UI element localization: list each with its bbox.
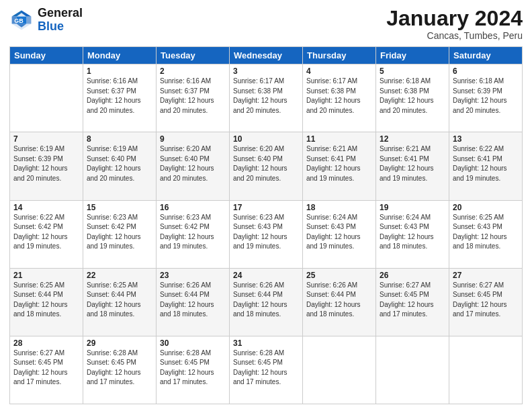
sunrise-text: Sunrise: 6:22 AM (13, 214, 64, 221)
day-info: Sunrise: 6:24 AM Sunset: 6:43 PM Dayligh… (380, 213, 445, 252)
sunrise-text: Sunrise: 6:22 AM (453, 145, 504, 152)
col-tuesday: Tuesday (157, 47, 230, 64)
table-row (449, 336, 523, 404)
sunrise-text: Sunrise: 6:28 AM (160, 349, 211, 357)
day-info: Sunrise: 6:20 AM Sunset: 6:40 PM Dayligh… (233, 144, 299, 183)
sunset-text: Sunset: 6:40 PM (160, 155, 210, 163)
day-info: Sunrise: 6:24 AM Sunset: 6:43 PM Dayligh… (306, 213, 372, 252)
sunset-text: Sunset: 6:38 PM (306, 87, 356, 95)
logo: GB General Blue (9, 7, 83, 34)
week-row-4: 21 Sunrise: 6:25 AM Sunset: 6:44 PM Dayl… (10, 268, 523, 336)
sunrise-text: Sunrise: 6:26 AM (160, 281, 211, 289)
sunset-text: Sunset: 6:44 PM (233, 291, 283, 298)
day-info: Sunrise: 6:23 AM Sunset: 6:42 PM Dayligh… (160, 213, 226, 252)
day-number: 11 (306, 134, 372, 144)
daylight-text: Daylight: 12 hours and 20 minutes. (87, 97, 141, 114)
day-number: 17 (233, 203, 299, 212)
day-info: Sunrise: 6:27 AM Sunset: 6:45 PM Dayligh… (453, 281, 519, 320)
sunset-text: Sunset: 6:38 PM (233, 87, 283, 95)
sunset-text: Sunset: 6:45 PM (87, 359, 136, 366)
day-number: 8 (87, 134, 152, 144)
sunrise-text: Sunrise: 6:28 AM (233, 349, 284, 357)
sunrise-text: Sunrise: 6:17 AM (233, 77, 284, 85)
table-row: 26 Sunrise: 6:27 AM Sunset: 6:45 PM Dayl… (376, 268, 449, 336)
daylight-text: Daylight: 12 hours and 18 minutes. (87, 301, 141, 318)
table-row: 4 Sunrise: 6:17 AM Sunset: 6:38 PM Dayli… (303, 64, 376, 132)
sunrise-text: Sunrise: 6:23 AM (233, 214, 284, 221)
sunrise-text: Sunrise: 6:21 AM (306, 145, 357, 152)
daylight-text: Daylight: 12 hours and 19 minutes. (453, 165, 507, 182)
daylight-text: Daylight: 12 hours and 19 minutes. (233, 233, 287, 250)
header-row: Sunday Monday Tuesday Wednesday Thursday… (10, 47, 523, 64)
day-info: Sunrise: 6:19 AM Sunset: 6:39 PM Dayligh… (13, 144, 79, 183)
week-row-1: 1 Sunrise: 6:16 AM Sunset: 6:37 PM Dayli… (10, 64, 523, 132)
daylight-text: Daylight: 12 hours and 17 minutes. (380, 301, 434, 318)
sunset-text: Sunset: 6:39 PM (13, 155, 63, 163)
col-sunday: Sunday (10, 47, 83, 64)
day-info: Sunrise: 6:20 AM Sunset: 6:40 PM Dayligh… (160, 144, 226, 183)
daylight-text: Daylight: 12 hours and 17 minutes. (233, 369, 287, 386)
daylight-text: Daylight: 12 hours and 20 minutes. (233, 165, 287, 182)
sunset-text: Sunset: 6:41 PM (380, 155, 429, 163)
daylight-text: Daylight: 12 hours and 20 minutes. (453, 97, 507, 114)
location: Cancas, Tumbes, Peru (386, 30, 523, 41)
day-info: Sunrise: 6:23 AM Sunset: 6:42 PM Dayligh… (87, 213, 152, 252)
table-row: 20 Sunrise: 6:25 AM Sunset: 6:43 PM Dayl… (449, 200, 523, 268)
sunrise-text: Sunrise: 6:25 AM (453, 214, 504, 221)
sunset-text: Sunset: 6:45 PM (13, 359, 63, 366)
day-info: Sunrise: 6:28 AM Sunset: 6:45 PM Dayligh… (233, 349, 299, 387)
table-row: 3 Sunrise: 6:17 AM Sunset: 6:38 PM Dayli… (230, 64, 303, 132)
sunrise-text: Sunrise: 6:23 AM (160, 214, 211, 221)
table-row (303, 336, 376, 404)
day-info: Sunrise: 6:16 AM Sunset: 6:37 PM Dayligh… (160, 77, 226, 116)
table-row: 16 Sunrise: 6:23 AM Sunset: 6:42 PM Dayl… (157, 200, 230, 268)
table-row: 25 Sunrise: 6:26 AM Sunset: 6:44 PM Dayl… (303, 268, 376, 336)
sunrise-text: Sunrise: 6:19 AM (13, 145, 64, 152)
daylight-text: Daylight: 12 hours and 17 minutes. (87, 369, 141, 386)
day-info: Sunrise: 6:23 AM Sunset: 6:43 PM Dayligh… (233, 213, 299, 252)
day-number: 25 (306, 271, 372, 280)
day-info: Sunrise: 6:25 AM Sunset: 6:44 PM Dayligh… (13, 281, 79, 320)
daylight-text: Daylight: 12 hours and 20 minutes. (13, 165, 68, 182)
table-row: 22 Sunrise: 6:25 AM Sunset: 6:44 PM Dayl… (83, 268, 157, 336)
table-row: 14 Sunrise: 6:22 AM Sunset: 6:42 PM Dayl… (10, 200, 83, 268)
table-row: 27 Sunrise: 6:27 AM Sunset: 6:45 PM Dayl… (449, 268, 523, 336)
daylight-text: Daylight: 12 hours and 19 minutes. (306, 165, 361, 182)
day-number: 14 (13, 203, 79, 212)
sunset-text: Sunset: 6:44 PM (87, 291, 136, 298)
col-saturday: Saturday (449, 47, 523, 64)
sunset-text: Sunset: 6:44 PM (306, 291, 356, 298)
sunset-text: Sunset: 6:42 PM (160, 223, 210, 230)
daylight-text: Daylight: 12 hours and 17 minutes. (453, 301, 507, 318)
table-row: 18 Sunrise: 6:24 AM Sunset: 6:43 PM Dayl… (303, 200, 376, 268)
daylight-text: Daylight: 12 hours and 19 minutes. (160, 233, 214, 250)
table-row: 24 Sunrise: 6:26 AM Sunset: 6:44 PM Dayl… (230, 268, 303, 336)
logo-line1: General (38, 7, 83, 20)
sunrise-text: Sunrise: 6:19 AM (87, 145, 138, 152)
day-info: Sunrise: 6:17 AM Sunset: 6:38 PM Dayligh… (233, 77, 299, 116)
day-info: Sunrise: 6:21 AM Sunset: 6:41 PM Dayligh… (380, 144, 445, 183)
sunrise-text: Sunrise: 6:23 AM (87, 214, 138, 221)
sunrise-text: Sunrise: 6:18 AM (380, 77, 431, 85)
week-row-2: 7 Sunrise: 6:19 AM Sunset: 6:39 PM Dayli… (10, 132, 523, 200)
title-block: January 2024 Cancas, Tumbes, Peru (386, 7, 523, 41)
day-number: 24 (233, 271, 299, 280)
daylight-text: Daylight: 12 hours and 19 minutes. (306, 233, 361, 250)
day-number: 23 (160, 271, 226, 280)
sunrise-text: Sunrise: 6:20 AM (160, 145, 211, 152)
header: GB General Blue January 2024 Cancas, Tum… (9, 7, 523, 41)
sunrise-text: Sunrise: 6:26 AM (306, 281, 357, 289)
day-number: 6 (453, 66, 519, 76)
daylight-text: Daylight: 12 hours and 19 minutes. (13, 233, 68, 250)
day-number: 21 (13, 271, 79, 280)
day-number: 2 (160, 66, 226, 76)
sunrise-text: Sunrise: 6:25 AM (13, 281, 64, 289)
table-row: 1 Sunrise: 6:16 AM Sunset: 6:37 PM Dayli… (83, 64, 157, 132)
day-number: 18 (306, 203, 372, 212)
table-row: 13 Sunrise: 6:22 AM Sunset: 6:41 PM Dayl… (449, 132, 523, 200)
day-info: Sunrise: 6:16 AM Sunset: 6:37 PM Dayligh… (87, 77, 152, 116)
sunrise-text: Sunrise: 6:21 AM (380, 145, 431, 152)
table-row: 17 Sunrise: 6:23 AM Sunset: 6:43 PM Dayl… (230, 200, 303, 268)
sunset-text: Sunset: 6:42 PM (87, 223, 136, 230)
sunset-text: Sunset: 6:41 PM (453, 155, 502, 163)
